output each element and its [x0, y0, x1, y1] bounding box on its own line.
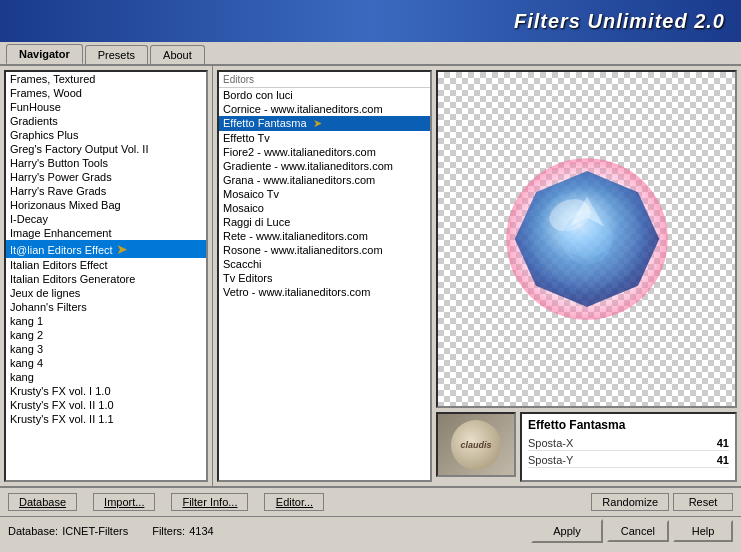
param-value: 41	[717, 454, 729, 466]
title-bar: Filters Unlimited 2.0	[0, 0, 741, 42]
filter-item[interactable]: Rete - www.italianeditors.com	[219, 229, 430, 243]
preview-canvas	[436, 70, 737, 408]
tab-presets[interactable]: Presets	[85, 45, 148, 64]
filter-item[interactable]: Fiore2 - www.italianeditors.com	[219, 145, 430, 159]
claudis-circle: claudis	[451, 420, 501, 470]
navigator-item[interactable]: Frames, Wood	[6, 86, 206, 100]
navigator-item[interactable]: kang	[6, 370, 206, 384]
filter-item[interactable]: Gradiente - www.italianeditors.com	[219, 159, 430, 173]
filters-status: Filters: 4134	[152, 525, 213, 537]
navigator-item[interactable]: Johann's Filters	[6, 300, 206, 314]
filter-item[interactable]: Raggi di Luce	[219, 215, 430, 229]
plugin-logo: claudis	[436, 412, 516, 477]
toolbar-right-buttons: Randomize Reset	[591, 493, 733, 511]
navigator-item[interactable]: FunHouse	[6, 100, 206, 114]
navigator-item[interactable]: Harry's Rave Grads	[6, 184, 206, 198]
database-label: Database:	[8, 525, 58, 537]
filter-item[interactable]: Tv Editors	[219, 271, 430, 285]
bottom-toolbar: Database Import... Filter Info... Editor…	[0, 486, 741, 516]
apply-button[interactable]: Apply	[531, 519, 603, 543]
navigator-item[interactable]: Krusty's FX vol. I 1.0	[6, 384, 206, 398]
filter-item[interactable]: Mosaico	[219, 201, 430, 215]
tabs-row: Navigator Presets About	[0, 42, 741, 66]
filter-list[interactable]: EditorsBordo con luciCornice - www.itali…	[217, 70, 432, 482]
navigator-item[interactable]: Graphics Plus	[6, 128, 206, 142]
preview-area: claudis Effetto Fantasma Sposta-X41Spost…	[436, 70, 737, 482]
navigator-item[interactable]: Krusty's FX vol. II 1.0	[6, 398, 206, 412]
navigator-item[interactable]: kang 1	[6, 314, 206, 328]
right-panel: EditorsBordo con luciCornice - www.itali…	[213, 66, 741, 486]
reset-button[interactable]: Reset	[673, 493, 733, 511]
filterinfo-button[interactable]: Filter Info...	[171, 493, 248, 511]
navigator-list[interactable]: Frames, TexturedFrames, WoodFunHouseGrad…	[4, 70, 208, 482]
param-name: Sposta-X	[528, 437, 573, 449]
navigator-item[interactable]: Image Enhancement	[6, 226, 206, 240]
filter-item[interactable]: Vetro - www.italianeditors.com	[219, 285, 430, 299]
navigator-item[interactable]: Frames, Textured	[6, 72, 206, 86]
tab-about[interactable]: About	[150, 45, 205, 64]
navigator-item[interactable]: It@lian Editors Effect ➤	[6, 240, 206, 258]
navigator-item[interactable]: Harry's Button Tools	[6, 156, 206, 170]
navigator-item[interactable]: Harry's Power Grads	[6, 170, 206, 184]
navigator-item[interactable]: Horizonaus Mixed Bag	[6, 198, 206, 212]
cancel-button[interactable]: Cancel	[607, 520, 669, 542]
filter-item[interactable]: Grana - www.italianeditors.com	[219, 173, 430, 187]
randomize-button[interactable]: Randomize	[591, 493, 669, 511]
param-row: Sposta-X41	[528, 436, 729, 451]
filter-item[interactable]: Effetto Tv	[219, 131, 430, 145]
filter-item[interactable]: Mosaico Tv	[219, 187, 430, 201]
param-value: 41	[717, 437, 729, 449]
filter-item[interactable]: Scacchi	[219, 257, 430, 271]
database-status: Database: ICNET-Filters	[8, 525, 128, 537]
filter-area: EditorsBordo con luciCornice - www.itali…	[217, 70, 737, 482]
database-value: ICNET-Filters	[62, 525, 128, 537]
main-content: Frames, TexturedFrames, WoodFunHouseGrad…	[0, 66, 741, 486]
current-filter-name: Effetto Fantasma	[528, 418, 729, 432]
info-panel: claudis Effetto Fantasma Sposta-X41Spost…	[436, 412, 737, 482]
action-buttons: Apply Cancel Help	[531, 519, 733, 543]
import-button[interactable]: Import...	[93, 493, 155, 511]
filters-value: 4134	[189, 525, 213, 537]
app-title: Filters Unlimited 2.0	[514, 10, 725, 33]
filter-item[interactable]: Bordo con luci	[219, 88, 430, 102]
param-row: Sposta-Y41	[528, 453, 729, 468]
filter-preview-image	[502, 154, 672, 324]
param-name: Sposta-Y	[528, 454, 573, 466]
navigator-item[interactable]: Greg's Factory Output Vol. II	[6, 142, 206, 156]
params-list: Sposta-X41Sposta-Y41	[528, 436, 729, 468]
filter-item[interactable]: Rosone - www.italianeditors.com	[219, 243, 430, 257]
svg-point-4	[561, 214, 612, 265]
navigator-item[interactable]: Krusty's FX vol. II 1.1	[6, 412, 206, 426]
help-button[interactable]: Help	[673, 520, 733, 542]
filter-item[interactable]: Effetto Fantasma ➤	[219, 116, 430, 131]
left-panel: Frames, TexturedFrames, WoodFunHouseGrad…	[0, 66, 213, 486]
filters-label: Filters:	[152, 525, 185, 537]
editor-button[interactable]: Editor...	[264, 493, 324, 511]
navigator-item[interactable]: Gradients	[6, 114, 206, 128]
database-button[interactable]: Database	[8, 493, 77, 511]
status-bar: Database: ICNET-Filters Filters: 4134 Ap…	[0, 516, 741, 544]
navigator-item[interactable]: kang 4	[6, 356, 206, 370]
filter-detail-panel: Effetto Fantasma Sposta-X41Sposta-Y41	[520, 412, 737, 482]
navigator-item[interactable]: kang 2	[6, 328, 206, 342]
filter-item[interactable]: Cornice - www.italianeditors.com	[219, 102, 430, 116]
tab-navigator[interactable]: Navigator	[6, 44, 83, 64]
navigator-item[interactable]: Italian Editors Generatore	[6, 272, 206, 286]
navigator-item[interactable]: Jeux de lignes	[6, 286, 206, 300]
navigator-item[interactable]: Italian Editors Effect	[6, 258, 206, 272]
navigator-item[interactable]: I-Decay	[6, 212, 206, 226]
claudis-logo-text: claudis	[460, 440, 491, 450]
navigator-item[interactable]: kang 3	[6, 342, 206, 356]
filter-category-label: Editors	[219, 72, 430, 88]
